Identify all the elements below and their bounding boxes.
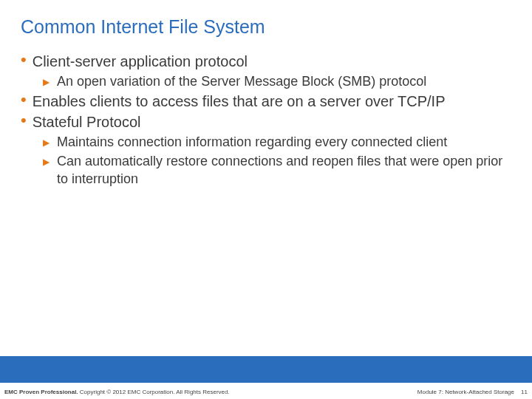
slide: Common Internet File System • Client-ser… (0, 0, 532, 399)
footer-page-number: 11 (521, 389, 528, 395)
bullet-arrow-icon: ▶ (43, 134, 50, 151)
bullet-text: Enables clients to access files that are… (33, 92, 446, 111)
footer: EMC Proven Professional. Copyright © 201… (0, 383, 532, 399)
bullet-level1: • Enables clients to access files that a… (21, 92, 511, 111)
bullet-text: Maintains connection information regardi… (57, 133, 447, 151)
bullet-arrow-icon: ▶ (43, 74, 50, 90)
footer-accent-bar (0, 356, 532, 383)
slide-body: • Client-server application protocol ▶ A… (21, 50, 511, 188)
bullet-level2: ▶ An open variation of the Server Messag… (43, 72, 511, 90)
bullet-level2: ▶ Can automatically restore connections … (43, 152, 511, 188)
bullet-level1: • Stateful Protocol (21, 112, 511, 132)
bullet-text: Client-server application protocol (33, 52, 248, 71)
bullet-dot-icon: • (21, 52, 27, 68)
footer-copyright-text: Copyright © 2012 EMC Corporation. All Ri… (78, 389, 230, 395)
bullet-dot-icon: • (21, 112, 27, 129)
bullet-text: Can automatically restore connections an… (57, 152, 511, 188)
footer-module: Module 7: Network-Attached Storage (417, 389, 514, 395)
slide-title: Common Internet File System (21, 16, 265, 38)
bullet-text: Stateful Protocol (33, 112, 141, 132)
bullet-dot-icon: • (21, 92, 27, 108)
footer-brand: EMC Proven Professional. (4, 389, 78, 395)
footer-copyright: EMC Proven Professional. Copyright © 201… (4, 389, 230, 395)
bullet-level1: • Client-server application protocol (21, 52, 511, 71)
bullet-text: An open variation of the Server Message … (57, 72, 426, 90)
bullet-level2: ▶ Maintains connection information regar… (43, 133, 511, 151)
bullet-arrow-icon: ▶ (43, 154, 50, 170)
